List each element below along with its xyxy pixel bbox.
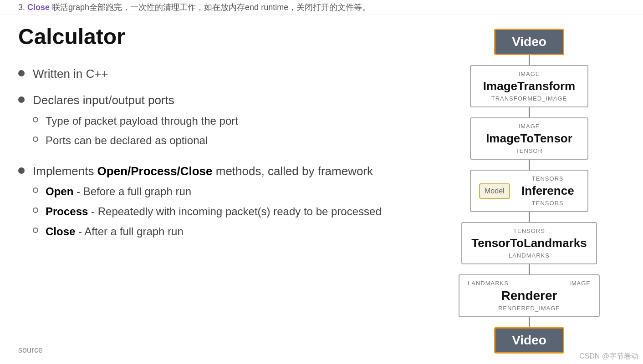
node-name: Inference — [516, 184, 579, 198]
inference-center: TENSORS Inference TENSORS — [516, 175, 579, 207]
sub-item-text: Type of packet payload through the port — [46, 113, 238, 129]
node-name: ImageTransform — [480, 79, 578, 93]
node-bottom-label: TENSOR — [480, 147, 578, 154]
bullet-text: Declares input/output ports — [33, 93, 174, 107]
node-top-label: IMAGE — [480, 123, 578, 130]
method-process: Process — [46, 205, 88, 217]
node-bottom-label: TENSORS — [516, 200, 579, 207]
node-name: ImageToTensor — [480, 131, 578, 146]
sub-item-text: Process - Repeatedly with incoming packe… — [46, 204, 382, 219]
connector — [529, 160, 530, 170]
bullet-text-suffix: methods, called by framework — [213, 164, 373, 178]
content-area: Calculator Written in C++ Declares input… — [0, 15, 643, 354]
bullet-dot — [18, 167, 25, 174]
sub-list-item: Open - Before a full graph run — [33, 184, 415, 199]
connector — [529, 107, 530, 117]
node-name: Renderer — [468, 288, 591, 303]
connector — [529, 264, 530, 274]
node-bottom-label: LANDMARKS — [471, 252, 587, 259]
node-bottom-label: TRANSFORMED_IMAGE — [480, 95, 578, 102]
main-bullet-list: Written in C++ Declares input/output por… — [18, 66, 415, 243]
sub-list-item: Process - Repeatedly with incoming packe… — [33, 204, 415, 219]
renderer-top-left: LANDMARKS — [468, 280, 509, 287]
sub-list-item: Type of packet payload through the port — [33, 113, 415, 129]
top-bar: 3. Close 联活graph全部跑完，一次性的清理工作，如在放内存end r… — [0, 0, 643, 15]
topbar-description: 联活graph全部跑完，一次性的清理工作，如在放内存end runtime，关闭… — [52, 3, 370, 12]
sub-bullet — [33, 117, 38, 122]
sub-list: Open - Before a full graph run Process -… — [33, 184, 415, 239]
node-name: TensorToLandmarks — [471, 236, 587, 250]
connector — [529, 212, 530, 222]
list-item: Written in C++ — [18, 66, 415, 82]
bullet-dot — [18, 70, 25, 76]
node-top-label: IMAGE — [480, 71, 578, 77]
bullet-text-prefix: Implements — [33, 164, 97, 178]
sub-bullet — [33, 187, 38, 193]
list-item-content: Written in C++ — [33, 66, 415, 82]
bullet-text: Written in C++ — [33, 67, 108, 81]
page-title: Calculator — [18, 24, 415, 49]
method-open: Open — [46, 185, 73, 197]
list-item: Declares input/output ports Type of pack… — [18, 92, 415, 153]
list-item: Implements Open/Process/Close methods, c… — [18, 163, 415, 243]
method-open-rest: - Before a full graph run — [73, 185, 191, 197]
video-top-node: Video — [494, 29, 564, 55]
sub-item-text: Ports can be declared as optional — [46, 133, 208, 148]
method-process-rest: - Repeatedly with incoming packet(s) rea… — [88, 205, 381, 217]
sub-item-text: Open - Before a full graph run — [46, 184, 191, 199]
method-close-rest: - After a full graph run — [75, 225, 183, 238]
sub-bullet — [33, 228, 38, 233]
sub-list-item: Ports can be declared as optional — [33, 133, 415, 148]
image-transform-node: IMAGE ImageTransform TRANSFORMED_IMAGE — [470, 65, 588, 107]
node-bottom-label: RENDERED_IMAGE — [468, 305, 591, 312]
sub-list: Type of packet payload through the port … — [33, 113, 415, 148]
source-label: source — [18, 345, 43, 355]
sub-list-item: Close - After a full graph run — [33, 224, 415, 239]
sub-item-text: Close - After a full graph run — [46, 224, 184, 239]
method-close: Close — [46, 225, 75, 238]
connector — [529, 55, 530, 65]
right-panel: Video IMAGE ImageTransform TRANSFORMED_I… — [434, 24, 625, 354]
connector — [529, 317, 530, 327]
list-item-content: Implements Open/Process/Close methods, c… — [33, 163, 415, 243]
left-panel: Calculator Written in C++ Declares input… — [18, 24, 434, 354]
inference-node: Model TENSORS Inference TENSORS — [470, 170, 588, 212]
tensor-to-landmarks-node: TENSORS TensorToLandmarks LANDMARKS — [461, 222, 597, 264]
bullet-text-bold: Open/Process/Close — [97, 164, 213, 178]
model-badge: Model — [479, 183, 510, 199]
bullet-dot — [18, 96, 25, 103]
close-keyword: Close — [27, 3, 50, 12]
node-top-label: TENSORS — [471, 228, 587, 234]
sub-bullet — [33, 136, 38, 142]
list-item-content: Declares input/output ports Type of pack… — [33, 92, 415, 153]
video-bottom-node: Video — [494, 327, 564, 354]
diagram-wrapper: Video IMAGE ImageTransform TRANSFORMED_I… — [434, 29, 625, 354]
renderer-top-right: IMAGE — [569, 280, 591, 287]
node-top-label: TENSORS — [516, 175, 579, 182]
renderer-top-labels: LANDMARKS IMAGE — [468, 280, 591, 287]
renderer-node: LANDMARKS IMAGE Renderer RENDERED_IMAGE — [459, 274, 600, 317]
image-to-tensor-node: IMAGE ImageToTensor TENSOR — [470, 117, 588, 160]
csdn-label: CSDN @字节卷动 — [579, 352, 638, 361]
sub-bullet — [33, 207, 38, 213]
